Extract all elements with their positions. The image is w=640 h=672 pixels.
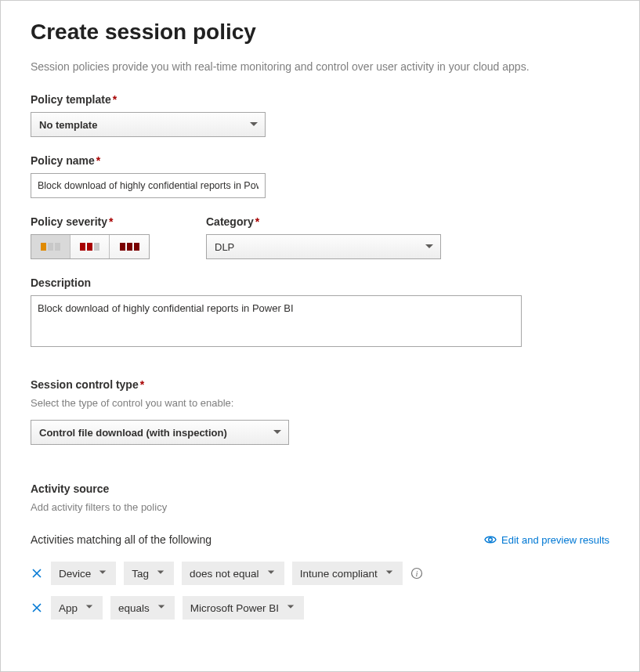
chevron-down-icon (157, 569, 166, 578)
chevron-down-icon (385, 569, 395, 578)
filter-chip[interactable]: does not equal (182, 562, 284, 585)
svg-point-0 (489, 538, 493, 542)
session-control-sublabel: Select the type of control you want to e… (31, 397, 609, 409)
description-textarea[interactable] (31, 295, 522, 347)
policy-template-label: Policy template* (31, 93, 609, 106)
activities-matching-label: Activities matching all of the following (31, 533, 212, 546)
filter-chip-label: Microsoft Power BI (190, 602, 279, 614)
svg-text:i: i (415, 569, 418, 578)
policy-severity-label: Policy severity* (31, 215, 150, 228)
policy-template-select[interactable]: No template (31, 112, 266, 137)
description-label: Description (31, 276, 609, 289)
chevron-down-icon (267, 569, 277, 578)
filter-chip-label: App (59, 602, 78, 614)
chevron-down-icon (425, 242, 434, 251)
chevron-down-icon (157, 603, 167, 612)
filter-chip-label: does not equal (190, 568, 259, 580)
remove-filter-icon[interactable] (31, 567, 43, 580)
filter-chip[interactable]: Device (51, 562, 116, 585)
severity-toggle-group (31, 234, 150, 259)
page-title: Create session policy (31, 20, 609, 45)
session-control-label: Session control type* (31, 378, 609, 391)
page-subtitle: Session policies provide you with real-t… (31, 60, 609, 73)
chevron-down-icon (249, 120, 259, 129)
category-select[interactable]: DLP (206, 234, 441, 259)
filter-chip[interactable]: App (51, 596, 103, 620)
category-label: Category* (206, 215, 441, 228)
policy-name-label: Policy name* (31, 154, 609, 167)
filter-chip[interactable]: Microsoft Power BI (183, 596, 304, 620)
chevron-down-icon (273, 428, 282, 437)
info-icon[interactable]: i (410, 567, 423, 580)
chevron-down-icon (287, 603, 296, 612)
filter-chip[interactable]: equals (110, 596, 175, 620)
remove-filter-icon[interactable] (31, 602, 43, 614)
severity-medium-button[interactable] (71, 235, 110, 258)
severity-low-button[interactable] (31, 235, 71, 258)
activity-source-subheading: Add activity filters to the policy (31, 501, 609, 513)
filter-chip-label: Tag (132, 568, 149, 580)
filter-chip-label: Intune compliant (300, 568, 378, 580)
create-session-policy-panel: Create session policy Session policies p… (0, 0, 640, 672)
filter-row: Device Tag does not equal Intune complia… (31, 562, 609, 585)
filter-chip[interactable]: Intune compliant (292, 562, 403, 585)
eye-icon (484, 533, 497, 546)
policy-name-input[interactable] (31, 173, 266, 198)
filter-chip-label: equals (118, 602, 150, 614)
filter-chip[interactable]: Tag (124, 562, 174, 585)
edit-preview-results-link[interactable]: Edit and preview results (484, 533, 609, 546)
activity-source-heading: Activity source (31, 482, 609, 495)
filter-chip-label: Device (59, 568, 91, 580)
chevron-down-icon (99, 569, 108, 578)
session-control-select[interactable]: Control file download (with inspection) (31, 420, 289, 445)
filter-row: App equals Microsoft Power BI (31, 596, 609, 620)
severity-high-button[interactable] (110, 235, 149, 258)
chevron-down-icon (85, 603, 95, 612)
